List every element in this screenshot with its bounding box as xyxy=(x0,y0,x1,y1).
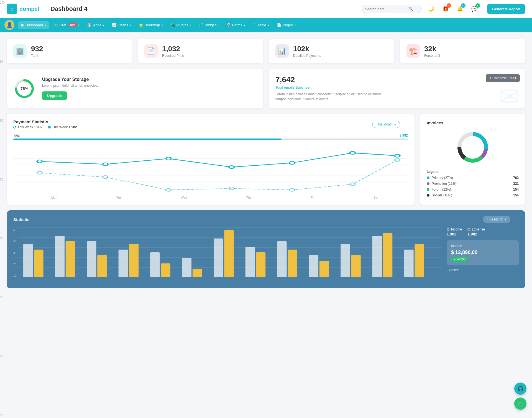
payment-controls: This Month ▾ ⋮ xyxy=(372,121,408,128)
legend-title: Legend xyxy=(427,170,519,174)
payments-value: 102k xyxy=(293,45,321,53)
nav-item-bootstrap[interactable]: ⭐ Bootstrap ▾ xyxy=(135,21,166,29)
svg-point-13 xyxy=(229,166,234,168)
invoice-item-forum: Forum (22%) 154 xyxy=(427,188,519,191)
line-chart-container: 100 90 80 70 60 50 40 30 xyxy=(13,144,408,199)
payment-more-button[interactable]: ⋮ xyxy=(402,121,408,128)
income-legend-val: 1.982 xyxy=(447,232,462,236)
nav-label-table: Table xyxy=(258,23,266,27)
chevron-down-icon-widget: ▾ xyxy=(217,24,219,27)
promotion-dot xyxy=(427,182,429,185)
svg-rect-48 xyxy=(245,247,255,277)
nav-item-pages[interactable]: 📄 Pages ▾ xyxy=(273,21,299,29)
email-description: Lorem ipsum dolor sit amet, consectetur … xyxy=(275,92,392,102)
income-legend-item: Income 1.982 xyxy=(447,227,462,236)
statistic-more-button[interactable]: ⋮ xyxy=(513,216,519,223)
payment-progress-fill xyxy=(13,139,282,140)
nav-item-widget[interactable]: 🪄 Widget ▾ xyxy=(195,21,222,29)
search-bar[interactable]: 🔍 xyxy=(361,5,422,13)
chevron-down-icon-pages: ▾ xyxy=(294,24,296,27)
svg-point-21 xyxy=(290,188,295,191)
invoice-item-socials-label-wrap: Socials (15%) xyxy=(427,193,513,197)
force-tariff-icon: 🏗️ xyxy=(406,44,420,58)
statistic-month-button[interactable]: This Month ▾ xyxy=(483,216,510,223)
nav-item-charts[interactable]: 📈 Charts ▾ xyxy=(109,21,134,29)
plugins-icon: 🔌 xyxy=(171,23,175,27)
invoices-more-button[interactable]: ⋮ xyxy=(513,119,519,126)
chevron-down-icon-stat: ▾ xyxy=(505,217,507,221)
svg-rect-55 xyxy=(351,255,361,277)
invoices-donut-wrap xyxy=(427,129,519,165)
search-input[interactable] xyxy=(365,7,406,11)
statistic-section: Statistic This Month ▾ ⋮ 50 40 30 20 xyxy=(7,210,525,288)
bar-y-20: 20 xyxy=(13,263,16,266)
statistic-controls: This Month ▾ ⋮ xyxy=(483,216,519,223)
svg-rect-44 xyxy=(182,258,191,277)
svg-point-16 xyxy=(395,154,400,157)
stat-info-tariff: 932 Tariff xyxy=(31,45,43,58)
y-axis-labels: 100 90 80 70 60 50 40 30 xyxy=(0,0,5,295)
y-label-70: 70 xyxy=(0,178,5,181)
bar-y-labels: 50 40 30 20 10 xyxy=(13,227,18,283)
invoice-legend: Legend Primary (27%) 763 Promotion (11%)… xyxy=(427,170,519,197)
invoices-title: Invoices xyxy=(427,120,443,125)
nav-item-cms[interactable]: ⚙️ CMS New ▾ xyxy=(50,21,83,29)
chat-btn[interactable]: 💬 5 xyxy=(469,4,479,14)
gift-btn[interactable]: 🎁 2 xyxy=(441,4,451,14)
income-badge-text: +15% xyxy=(457,258,465,261)
generate-report-button[interactable]: Generate Report xyxy=(487,4,525,14)
stat-card-required-price: 📄 1,032 Required Price xyxy=(138,39,263,63)
socials-label: Socials (15%) xyxy=(432,193,513,197)
legend-header: Legend xyxy=(427,170,519,174)
bell-badge: 12 xyxy=(461,3,466,8)
y-label-90: 90 xyxy=(0,60,5,63)
bar-chart-container: 50 40 30 20 10 xyxy=(13,227,441,283)
page-title: Dashboard 4 xyxy=(50,5,361,12)
svg-rect-35 xyxy=(34,250,43,277)
x-label-thu: Thu xyxy=(246,196,252,199)
expense-legend-dot xyxy=(467,228,470,231)
x-label-mon: Mon xyxy=(51,196,57,199)
invoice-item-primary: Primary (27%) 763 xyxy=(427,176,519,180)
legend-val-2: 1.982 xyxy=(69,125,77,129)
this-month-button[interactable]: This Month ▾ xyxy=(372,121,400,128)
promotion-label: Promotion (11%) xyxy=(432,182,513,186)
nav-item-forms[interactable]: 🖨️ Forms ▾ xyxy=(223,21,249,29)
nav-avatar: 👤 xyxy=(4,20,14,30)
svg-point-14 xyxy=(290,161,295,164)
bell-btn[interactable]: 🔔 12 xyxy=(455,4,465,14)
svg-rect-52 xyxy=(309,255,318,277)
svg-rect-47 xyxy=(224,230,234,277)
nav-item-dashboard[interactable]: ⊞ Dashboard ▾ xyxy=(18,21,49,29)
widget-icon: 🪄 xyxy=(199,23,203,27)
primary-dot xyxy=(427,176,429,179)
statistic-body: 50 40 30 20 10 xyxy=(13,227,519,283)
svg-point-22 xyxy=(350,183,355,186)
cms-badge: New xyxy=(69,23,77,27)
nav-label-plugins: Plugins xyxy=(177,23,188,27)
nav-item-plugins[interactable]: 🔌 Plugins ▾ xyxy=(167,21,195,29)
apps-icon: ℹ️ xyxy=(87,23,92,27)
nav-item-apps[interactable]: ℹ️ Apps ▾ xyxy=(84,21,108,29)
invoice-item-promotion: Promotion (11%) 321 xyxy=(427,182,519,186)
y-label-60: 60 xyxy=(0,237,5,240)
invoices-header: Invoices ⋮ xyxy=(427,119,519,126)
nav-item-table[interactable]: ☰ Table ▾ xyxy=(250,21,272,29)
total-row: Total 3.982 xyxy=(13,134,408,137)
payment-statistic-card: Payment Statistic This Week 1.982 This W… xyxy=(7,114,415,205)
y-label-80: 80 xyxy=(0,119,5,122)
legend-item-2: This Week 1.982 xyxy=(48,125,77,129)
income-legend-label: Income xyxy=(451,227,462,231)
moon-btn[interactable]: 🌙 xyxy=(426,4,436,14)
upgrade-button[interactable]: Upgrade xyxy=(42,91,67,100)
compose-email-button[interactable]: + Compose Email xyxy=(486,74,520,82)
email-card: + Compose Email 7,642 Total emails Subcr… xyxy=(269,69,525,108)
invoice-item-forum-label-wrap: Forum (22%) xyxy=(427,188,513,191)
payment-legends: This Week 1.982 This Week 1.982 xyxy=(13,125,77,129)
moon-icon: 🌙 xyxy=(428,6,434,12)
total-value: 3.982 xyxy=(400,134,408,137)
row2: 75% Upgrade Your Storage Lorem ipsum dol… xyxy=(7,69,525,108)
svg-rect-41 xyxy=(129,244,139,277)
chevron-down-icon-table: ▾ xyxy=(268,24,269,27)
nav-label-forms: Forms xyxy=(232,23,242,27)
